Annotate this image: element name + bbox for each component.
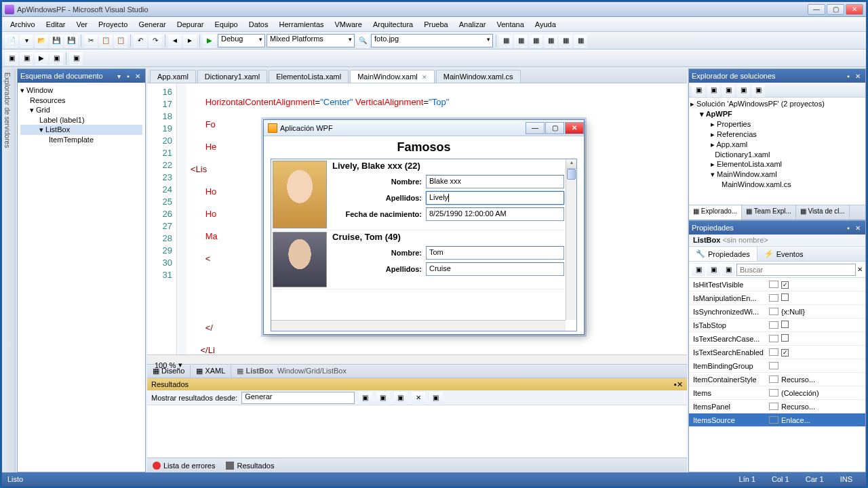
- save-all-icon[interactable]: 💾: [64, 34, 78, 47]
- tab-elementolista[interactable]: ElementoLista.xaml: [269, 70, 349, 83]
- nav-back-icon[interactable]: ◄: [168, 34, 182, 47]
- menu-prueba[interactable]: Prueba: [418, 19, 453, 30]
- tb-x1-icon[interactable]: ▦: [499, 34, 513, 47]
- new-project-icon[interactable]: 📄: [5, 34, 18, 47]
- checkbox-icon[interactable]: [781, 293, 789, 301]
- cut-icon[interactable]: ✂: [84, 34, 98, 47]
- tab-mainwindow-cs[interactable]: MainWindow.xaml.cs: [436, 70, 521, 83]
- props-sort2-icon[interactable]: ▣: [707, 263, 720, 277]
- prop-row[interactable]: IsManipulationEn...: [689, 291, 865, 305]
- prop-row[interactable]: ItemBindingGroup: [689, 359, 865, 373]
- sol-exp-header[interactable]: Explorador de soluciones ▪ ✕: [689, 69, 865, 83]
- h-scrollbar[interactable]: [147, 354, 687, 364]
- menu-editar[interactable]: Editar: [41, 19, 71, 30]
- copy-icon[interactable]: 📋: [99, 34, 113, 47]
- fecha-input[interactable]: 8/25/1990 12:00:00 AM: [426, 207, 564, 221]
- panel-dropdown-icon[interactable]: ▾: [114, 73, 123, 80]
- prop-marker-icon[interactable]: [769, 335, 778, 342]
- checkbox-icon[interactable]: ✓: [781, 349, 789, 357]
- output-close-icon[interactable]: ✕: [677, 380, 683, 389]
- step4-icon[interactable]: ▣: [50, 52, 63, 65]
- famosos-listbox[interactable]: Lively, Blake xxx (22) Nombre:Blake xxx …: [271, 159, 577, 331]
- server-explorer-tab[interactable]: Explorador de servidores: [2, 68, 12, 152]
- prop-marker-icon[interactable]: [769, 375, 778, 383]
- props-sort3-icon[interactable]: ▣: [722, 263, 735, 277]
- sol-tb3-icon[interactable]: ▣: [722, 83, 735, 97]
- prop-marker-icon[interactable]: [769, 308, 778, 315]
- zoom-indicator[interactable]: 100 % ▾: [155, 361, 182, 369]
- doc-outline-header[interactable]: Esquema del documento ▾ ▪ ✕: [18, 69, 145, 83]
- prop-marker-icon[interactable]: [769, 281, 778, 288]
- sol-mainwindow-cs[interactable]: MainWindow.xaml.cs: [690, 180, 864, 189]
- sol-close-icon[interactable]: ✕: [853, 73, 863, 80]
- output-btn1-icon[interactable]: ▣: [359, 391, 372, 405]
- tb-x3-icon[interactable]: ▦: [529, 34, 542, 47]
- tab-mainwindow-xaml[interactable]: MainWindow.xaml✕: [350, 70, 435, 83]
- wpf-maximize-button[interactable]: ▢: [545, 122, 564, 134]
- props-close-icon[interactable]: ✕: [853, 224, 863, 232]
- maximize-button[interactable]: ▢: [827, 4, 844, 15]
- vertical-scrollbar[interactable]: ▴: [566, 159, 576, 320]
- sol-app-xaml[interactable]: ▸ App.xaml: [690, 140, 864, 150]
- prop-row[interactable]: IsHitTestVisible✓: [689, 278, 865, 291]
- config-combo[interactable]: Debug: [218, 34, 265, 47]
- output-btn2-icon[interactable]: ▣: [376, 391, 390, 405]
- output-header[interactable]: Resultados ▪ ✕: [147, 378, 687, 390]
- tb-x5-icon[interactable]: ▦: [559, 34, 572, 47]
- sol-dict[interactable]: Dictionary1.xaml: [690, 150, 864, 159]
- output-btn3-icon[interactable]: ▣: [394, 391, 408, 405]
- tb-x4-icon[interactable]: ▦: [544, 34, 557, 47]
- tab-close-icon[interactable]: ✕: [422, 74, 427, 81]
- sol-properties[interactable]: ▸ Properties: [690, 119, 864, 129]
- tb-x2-icon[interactable]: ▦: [514, 34, 528, 47]
- list-item[interactable]: Cruise, Tom (49) Nombre:Tom Apellidos:Cr…: [271, 230, 576, 289]
- wpf-close-button[interactable]: ✕: [565, 122, 584, 134]
- sol-tab-class[interactable]: ▦ Vista de cl...: [796, 205, 850, 220]
- sol-tb4-icon[interactable]: ▣: [736, 83, 750, 97]
- sol-project[interactable]: ▾ ApWPF: [690, 109, 864, 119]
- output-btn4-icon[interactable]: ✕: [412, 391, 425, 405]
- step3-icon[interactable]: ▶: [35, 52, 48, 65]
- step5-icon[interactable]: ▣: [69, 52, 83, 65]
- checkbox-icon[interactable]: [781, 334, 789, 342]
- scroll-thumb[interactable]: [567, 169, 576, 180]
- prop-row[interactable]: ItemsSourceEnlace...: [689, 413, 865, 427]
- nombre-input[interactable]: Tom: [426, 246, 564, 260]
- menu-vmware[interactable]: VMware: [330, 19, 368, 30]
- props-search-clear-icon[interactable]: ✕: [857, 266, 863, 273]
- output-source-combo[interactable]: Generar: [241, 392, 354, 404]
- scroll-up-icon[interactable]: ▴: [566, 159, 576, 169]
- tree-node-grid[interactable]: ▾ Grid: [20, 105, 142, 115]
- tree-node-label[interactable]: Label (label1): [20, 115, 142, 125]
- tree-node-window[interactable]: ▾ Window: [20, 85, 142, 96]
- prop-row[interactable]: ItemContainerStyleRecurso...: [689, 373, 865, 386]
- props-tab-events[interactable]: ⚡ Eventos: [757, 247, 810, 261]
- apellidos-input[interactable]: Lively: [426, 191, 564, 205]
- sol-tab-explorer[interactable]: ▦ Explorado...: [689, 205, 742, 220]
- output-body[interactable]: [147, 405, 687, 458]
- prop-marker-icon[interactable]: [769, 321, 778, 329]
- tab-xaml[interactable]: ▦ XAML: [191, 365, 231, 377]
- sol-root[interactable]: ▸ Solución 'ApWindowsPF' (2 proyectos): [690, 99, 864, 109]
- menu-generar[interactable]: Generar: [133, 19, 171, 30]
- nombre-input[interactable]: Blake xxx: [426, 175, 564, 188]
- paste-icon[interactable]: 📋: [114, 34, 127, 47]
- props-sort1-icon[interactable]: ▣: [692, 263, 705, 277]
- new-file-icon[interactable]: ▾: [20, 34, 33, 47]
- sol-tb2-icon[interactable]: ▣: [707, 83, 720, 97]
- tab-error-list[interactable]: Lista de errores: [147, 460, 220, 471]
- step2-icon[interactable]: ▣: [20, 52, 33, 65]
- breadcrumb[interactable]: ▦ ListBox Window/Grid/ListBox: [231, 367, 687, 375]
- platform-combo[interactable]: Mixed Platforms: [267, 34, 355, 47]
- fold-column[interactable]: [177, 83, 186, 354]
- wpf-minimize-button[interactable]: —: [526, 122, 545, 134]
- menu-analizar[interactable]: Analizar: [454, 19, 492, 30]
- menu-datos[interactable]: Datos: [243, 19, 274, 30]
- prop-row[interactable]: IsSynchronizedWi...{x:Null}: [689, 305, 865, 319]
- tree-node-itemtemplate[interactable]: ItemTemplate: [20, 135, 142, 144]
- close-button[interactable]: ✕: [846, 4, 863, 15]
- titlebar[interactable]: ApWindowsPF - Microsoft Visual Studio — …: [2, 2, 866, 17]
- prop-marker-icon[interactable]: [769, 362, 778, 369]
- step-icon[interactable]: ▣: [5, 52, 18, 65]
- sol-elemento[interactable]: ▸ ElementoLista.xaml: [690, 159, 864, 169]
